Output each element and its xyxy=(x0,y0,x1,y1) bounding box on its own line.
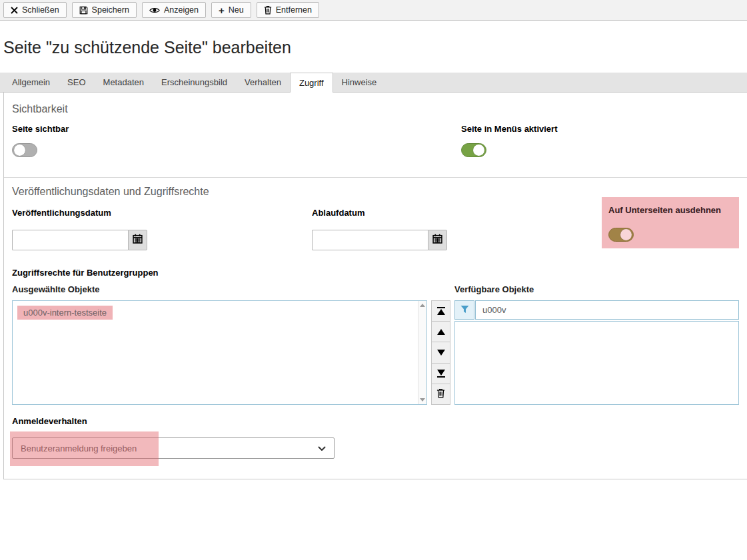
remove-item-button[interactable] xyxy=(431,384,450,405)
selected-objects-label: Ausgewählte Objekte xyxy=(12,284,427,294)
toolbar: Schließen Speichern Anzeigen + Neu Entfe… xyxy=(0,0,747,21)
menu-enabled-toggle[interactable] xyxy=(461,143,486,157)
calendar-icon xyxy=(133,234,143,246)
publish-date-input[interactable] xyxy=(12,230,128,250)
available-objects-column xyxy=(454,300,739,405)
tab-erscheinungsbild[interactable]: Erscheinungsbild xyxy=(153,73,236,92)
expiry-date-label: Ablaufdatum xyxy=(312,208,365,218)
scroll-down-icon xyxy=(420,398,425,402)
login-behavior-label: Anmeldeverhalten xyxy=(12,416,739,426)
login-behavior-select-wrap: Benutzeranmeldung freigeben xyxy=(12,437,335,459)
field-menu-enabled: Seite in Menüs aktiviert xyxy=(461,124,558,157)
tab-metadaten[interactable]: Metadaten xyxy=(95,73,153,92)
extend-subpages-highlight: Auf Unterseiten ausdehnen xyxy=(602,197,739,248)
expiry-date-input[interactable] xyxy=(312,230,428,250)
toggle-knob xyxy=(14,144,25,156)
expiry-date-group xyxy=(312,230,602,250)
delete-button[interactable]: Entfernen xyxy=(257,2,319,18)
publish-date-label: Veröffentlichungsdatum xyxy=(12,208,111,218)
available-objects-listbox[interactable] xyxy=(454,321,739,405)
toggle-knob xyxy=(620,229,632,240)
login-behavior-selected-option: Benutzeranmeldung freigeben xyxy=(21,443,137,453)
new-button[interactable]: + Neu xyxy=(211,2,251,18)
available-filter-input[interactable] xyxy=(475,300,739,320)
field-publish-date: Veröffentlichungsdatum xyxy=(12,206,312,250)
move-up-button[interactable] xyxy=(431,321,450,342)
tab-hinweise[interactable]: Hinweise xyxy=(333,73,386,92)
close-icon xyxy=(11,7,18,14)
move-to-bottom-button[interactable] xyxy=(431,363,450,384)
scroll-up-icon xyxy=(420,304,425,307)
eye-icon xyxy=(149,7,160,14)
section-title-visibility: Sichtbarkeit xyxy=(12,103,739,115)
move-to-top-button[interactable] xyxy=(431,300,450,322)
tab-bar: Allgemein SEO Metadaten Erscheinungsbild… xyxy=(0,73,747,93)
tab-verhalten[interactable]: Verhalten xyxy=(236,73,290,92)
field-expiry-date: Ablaufdatum xyxy=(312,206,602,250)
access-rights-block: Zugriffsrechte für Benutzergruppen Ausge… xyxy=(12,268,739,405)
extend-subpages-label: Auf Unterseiten ausdehnen xyxy=(608,205,721,215)
tab-content-panel: Sichtbarkeit Seite sichtbar Seite in Men… xyxy=(3,93,747,479)
selected-object-item[interactable]: u000v-intern-testseite xyxy=(17,306,113,320)
view-button[interactable]: Anzeigen xyxy=(142,2,206,18)
menu-enabled-label: Seite in Menüs aktiviert xyxy=(461,124,558,134)
filter-row xyxy=(454,300,739,320)
tab-zugriff[interactable]: Zugriff xyxy=(290,73,333,93)
tab-allgemein[interactable]: Allgemein xyxy=(3,73,59,92)
calendar-icon xyxy=(432,234,442,246)
expiry-date-calendar-button[interactable] xyxy=(428,230,447,250)
save-button-label: Speichern xyxy=(92,5,129,15)
access-grid: Ausgewählte Objekte Verfügbare Objekte u… xyxy=(12,284,739,405)
move-down-button[interactable] xyxy=(431,342,450,363)
visibility-row: Seite sichtbar Seite in Menüs aktiviert xyxy=(12,124,739,157)
publish-date-calendar-button[interactable] xyxy=(128,230,147,250)
new-button-label: Neu xyxy=(229,5,244,15)
move-down-icon xyxy=(437,350,445,356)
trash-icon xyxy=(436,388,445,400)
publish-date-group xyxy=(12,230,312,250)
close-button-label: Schließen xyxy=(22,5,59,15)
close-button[interactable]: Schließen xyxy=(3,2,67,18)
move-up-icon xyxy=(437,329,445,335)
move-to-bottom-icon xyxy=(437,370,445,378)
save-button[interactable]: Speichern xyxy=(72,2,137,18)
chevron-down-icon xyxy=(318,443,326,453)
listbox-scrollbar[interactable] xyxy=(418,301,426,404)
view-button-label: Anzeigen xyxy=(164,5,199,15)
page-visible-toggle[interactable] xyxy=(12,143,37,157)
spacer xyxy=(431,284,450,300)
section-divider xyxy=(4,177,747,178)
page-title: Seite "zu schützende Seite" bearbeiten xyxy=(3,38,747,57)
move-to-top-icon xyxy=(437,307,445,315)
filter-icon xyxy=(460,304,469,316)
login-behavior-select[interactable]: Benutzeranmeldung freigeben xyxy=(12,437,335,459)
filter-button[interactable] xyxy=(454,300,474,320)
listbox-button-column xyxy=(431,300,450,405)
section-title-publishing: Veröffentlichungsdaten und Zugriffsrecht… xyxy=(12,186,739,198)
login-behavior-block: Anmeldeverhalten Benutzeranmeldung freig… xyxy=(12,416,739,459)
trash-icon xyxy=(264,5,272,15)
selected-objects-listbox[interactable]: u000v-intern-testseite xyxy=(12,300,427,405)
field-page-visible: Seite sichtbar xyxy=(12,124,461,157)
access-group-label: Zugriffsrechte für Benutzergruppen xyxy=(12,268,739,278)
save-icon xyxy=(79,6,88,15)
toggle-knob xyxy=(473,144,484,156)
publishing-row: Veröffentlichungsdatum Ablaufdatum xyxy=(12,206,739,250)
plus-icon: + xyxy=(219,5,225,15)
extend-subpages-toggle[interactable] xyxy=(608,228,634,242)
delete-button-label: Entfernen xyxy=(276,5,312,15)
available-objects-label: Verfügbare Objekte xyxy=(454,284,739,294)
page-visible-label: Seite sichtbar xyxy=(12,124,461,134)
tab-seo[interactable]: SEO xyxy=(59,73,94,92)
